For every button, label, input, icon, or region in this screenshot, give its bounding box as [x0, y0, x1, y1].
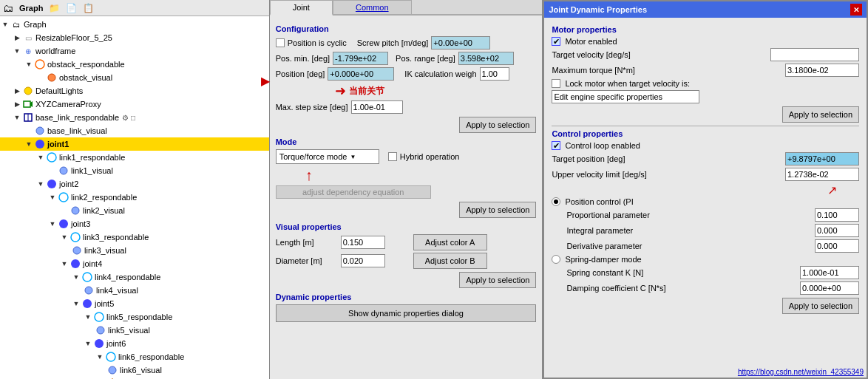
upper-vel-input[interactable] [785, 168, 859, 181]
expander-worldframe[interactable]: ▼ [12, 46, 22, 56]
expander-joint4[interactable]: ▼ [59, 259, 69, 269]
expander-joint6[interactable]: ▼ [83, 338, 93, 349]
expander-link1-resp[interactable]: ▼ [35, 152, 46, 163]
control-apply-btn[interactable]: Apply to selection [782, 298, 859, 314]
engine-props-input[interactable] [552, 90, 699, 103]
target-velocity-label: Target velocity [deg/s] [552, 50, 630, 59]
expander-joint1[interactable]: ▼ [24, 139, 34, 149]
tree-item-link5-vis[interactable]: link5_visual [0, 324, 269, 337]
expander-link2-resp[interactable]: ▼ [47, 192, 58, 202]
max-torque-input[interactable] [785, 64, 859, 77]
tree-item-joint6[interactable]: ▼ joint6 [0, 337, 269, 350]
watermark: https://blog.csdn.net/weixin_42355349 [738, 368, 864, 376]
arrow-upper-vel: ↗ [827, 183, 837, 197]
tree-item-link1-vis[interactable]: link1_visual [0, 164, 269, 177]
position-cyclic-checkbox[interactable] [276, 38, 285, 47]
expander-xyzcam[interactable]: ▶ [12, 99, 22, 109]
tree-item-obstack-vis[interactable]: obstack_visual [0, 71, 269, 84]
close-btn[interactable]: ✕ [850, 4, 862, 16]
tree-item-link4-vis[interactable]: link4_visual [0, 284, 269, 297]
tree-item-joint3[interactable]: ▼ joint3 [0, 217, 269, 231]
screw-pitch-input[interactable] [431, 36, 490, 49]
control-section-title: Control properties [552, 129, 859, 138]
target-velocity-row: Target velocity [deg/s] [552, 48, 859, 61]
adjust-color-b-btn[interactable]: Adjust color B [413, 253, 487, 269]
mode-dropdown[interactable]: Torque/force mode ▼ [276, 149, 379, 164]
show-dynamic-btn[interactable]: Show dynamic properties dialog [276, 304, 537, 322]
visual-apply-btn[interactable]: Apply to selection [459, 272, 536, 288]
expander-joint3[interactable]: ▼ [47, 219, 58, 229]
position-input[interactable] [328, 67, 394, 81]
target-velocity-input[interactable] [770, 48, 859, 61]
spring-constant-input[interactable] [800, 266, 859, 279]
expander-deflights[interactable]: ▶ [12, 86, 22, 96]
tree-item-link3-vis[interactable]: link3_visual [0, 244, 269, 257]
hybrid-checkbox[interactable] [388, 152, 397, 161]
svg-point-14 [59, 219, 68, 228]
motor-enabled-checkbox[interactable]: ✔ [552, 37, 560, 46]
position-control-radio[interactable] [552, 197, 560, 206]
tree-item-link2-resp[interactable]: ▼ link2_respondable [0, 191, 269, 204]
tree-item-worldframe[interactable]: ▼ ⊕ worldframe [0, 44, 269, 58]
expander-link3-resp[interactable]: ▼ [59, 232, 69, 242]
tab-common[interactable]: Common [333, 0, 412, 14]
expander-link5-resp[interactable]: ▼ [83, 312, 93, 322]
lock-motor-checkbox[interactable] [552, 79, 560, 88]
expander-base-resp[interactable]: ▼ [12, 112, 22, 123]
tree-item-graph[interactable]: ▼ 🗂 Graph [0, 18, 269, 31]
tree-item-obstack-resp[interactable]: ▼ obstack_respondable [0, 58, 269, 71]
tree-item-joint5[interactable]: ▼ joint5 [0, 297, 269, 310]
tree-item-link6-vis[interactable]: link6_visual [0, 363, 269, 377]
tree-item-link5-resp[interactable]: ▼ link5_respondable [0, 310, 269, 324]
expander-link4-resp[interactable]: ▼ [71, 272, 81, 282]
config-apply-btn[interactable]: Apply to selection [459, 117, 536, 133]
tree-item-joint4[interactable]: ▼ joint4 [0, 257, 269, 270]
tree-item-base-vis[interactable]: base_link_visual [0, 124, 269, 137]
expander-link6-resp[interactable]: ▼ [95, 352, 105, 362]
tree-item-joint1[interactable]: ▼ joint1 [0, 137, 269, 151]
tree-item-deflights[interactable]: ▶ DefaultLights [0, 84, 269, 98]
proportional-input[interactable] [815, 208, 859, 222]
tree-item-joint2[interactable]: ▼ joint2 [0, 177, 269, 191]
derivative-input[interactable] [815, 239, 859, 253]
icon-xyzcam [22, 98, 34, 110]
dependency-row: adjust dependency equation [276, 185, 537, 199]
config-row-maxstep: Max. step size [deg] [276, 100, 537, 114]
svg-point-23 [95, 339, 104, 348]
control-enabled-checkbox[interactable]: ✔ [552, 141, 560, 150]
tree-item-link2-vis[interactable]: link2_visual [0, 204, 269, 217]
length-input[interactable] [341, 236, 385, 249]
tree-item-link3-resp[interactable]: ▼ link3_respondable [0, 231, 269, 244]
expander-graph[interactable]: ▼ [0, 19, 10, 30]
expander-joint5[interactable]: ▼ [71, 298, 81, 309]
adjust-color-a-btn[interactable]: Adjust color A [413, 234, 487, 250]
position-label: Position [deg] [276, 69, 325, 78]
integral-input[interactable] [815, 224, 859, 237]
target-pos-input[interactable] [785, 152, 859, 165]
expander-joint2[interactable]: ▼ [35, 179, 46, 189]
max-step-input[interactable] [351, 100, 403, 114]
expander-obstack[interactable]: ▼ [24, 59, 34, 69]
tree-item-floor[interactable]: ▶ ▭ ResizableFloor_5_25 [0, 31, 269, 44]
arrow-upper-vel-wrapper: ↗ [552, 183, 837, 197]
tree-item-link4-resp[interactable]: ▼ link4_respondable [0, 270, 269, 284]
icon-link1-resp [46, 151, 58, 163]
spring-damper-label: Spring-damper mode [565, 255, 641, 264]
tab-joint[interactable]: Joint [270, 0, 333, 16]
spring-damper-radio[interactable] [552, 255, 560, 264]
motor-apply-row: Apply to selection [552, 106, 859, 123]
motor-apply-btn[interactable]: Apply to selection [782, 106, 859, 123]
position-control-label: Position control (PI [565, 197, 633, 206]
tree-item-link6-resp[interactable]: ▼ link6_respondable [0, 350, 269, 363]
diameter-input[interactable] [341, 254, 385, 267]
expander-floor[interactable]: ▶ [12, 33, 22, 43]
mode-apply-btn[interactable]: Apply to selection [459, 202, 536, 218]
pos-min-input[interactable] [333, 52, 388, 65]
damping-input[interactable] [800, 281, 859, 295]
tree-item-xyzcam[interactable]: ▶ XYZCameraProxy [0, 98, 269, 111]
tree-item-link1-resp[interactable]: ▼ link1_respondable [0, 151, 269, 164]
tree-item-base-resp[interactable]: ▼ base_link_respondable ⚙ □ [0, 111, 269, 124]
control-enabled-row: ✔ Control loop enabled [552, 141, 859, 150]
ik-weight-input[interactable] [480, 67, 509, 81]
pos-range-input[interactable] [458, 52, 514, 65]
